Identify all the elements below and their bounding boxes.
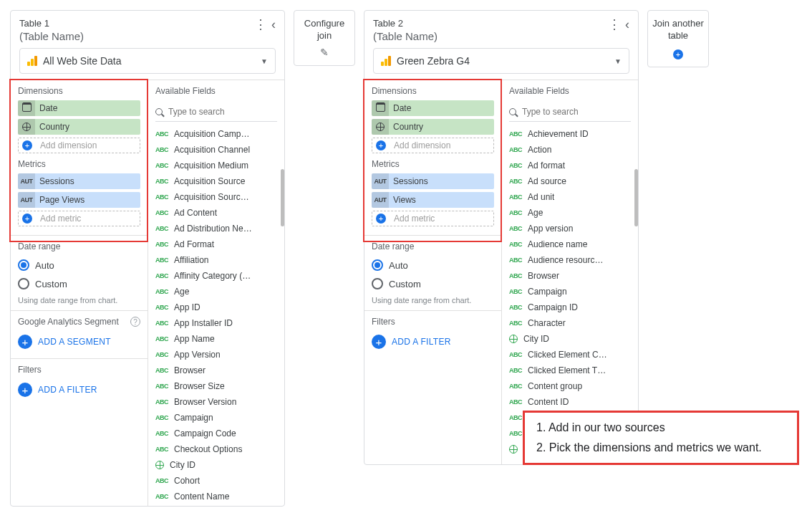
field-item[interactable]: ABCCampaign ID [509,299,638,315]
field-item[interactable]: ABCAge [155,284,284,299]
field-item[interactable]: ABCBrowser [155,363,284,378]
collapse-icon[interactable]: ‹ [625,18,629,31]
configure-join-card[interactable]: Configure join ✎ [294,10,355,66]
field-label: Acquisition Channel [174,145,250,155]
field-item[interactable]: ABCAcquisition Camp… [155,126,284,142]
field-item[interactable]: ABCAudience name [509,236,638,252]
field-item[interactable]: ABCAchievement ID [509,126,638,142]
abc-type-icon: ABC [155,130,168,138]
field-item[interactable]: ABCClicked Element C… [509,347,638,363]
field-item[interactable]: ABCCheckout Options [155,441,284,457]
aut-icon: AUT [372,192,389,208]
field-item[interactable]: ABCContent ID [509,394,638,410]
field-item[interactable]: ABCApp Installer ID [155,315,284,331]
field-label: Content ID [528,397,569,407]
field-item[interactable]: City ID [509,331,638,347]
field-item[interactable]: ABCAcquisition Channel [155,142,284,158]
field-item[interactable]: ABCAd Distribution Ne… [155,221,284,236]
abc-type-icon: ABC [509,367,522,374]
field-item[interactable]: ABCAudience resourc… [509,252,638,268]
field-item[interactable]: ABCAcquisition Sourc… [155,189,284,205]
field-item[interactable]: ABCContent Name [155,489,284,504]
collapse-icon[interactable]: ‹ [271,18,276,31]
date-range-custom[interactable]: Custom [18,274,140,293]
metric-chip[interactable]: AUTViews [372,192,494,208]
dimension-chip[interactable]: Date [372,100,494,116]
plus-icon: + [18,335,32,349]
field-label: Content group [528,381,582,391]
field-label: App Installer ID [174,318,233,328]
field-item[interactable]: ABCApp Version [155,347,284,363]
filters-label: Filters [372,317,494,327]
field-item[interactable]: ABCCampaign [155,410,284,426]
data-source-select[interactable]: Green Zebra G4 ▼ [373,48,629,74]
more-menu-icon[interactable]: ⋮ [608,18,621,31]
dimension-chip[interactable]: Date [18,100,140,116]
date-range-auto[interactable]: Auto [372,256,494,274]
dropdown-icon: ▼ [614,57,622,65]
field-item[interactable]: ABCBrowser [509,268,638,284]
field-item[interactable]: ABCCohort [155,473,284,489]
abc-type-icon: ABC [509,193,522,201]
add-metric-button[interactable]: +Add metric [18,211,140,226]
field-label: Campaign [174,413,213,423]
search-icon [155,108,163,115]
metric-chip[interactable]: AUTSessions [372,173,494,189]
table-card-1: Table 1 (Table Name) ⋮ ‹ All Web Site Da… [10,10,285,507]
add-filter-button[interactable]: +ADD A FILTER [372,331,494,353]
add-segment-button[interactable]: +ADD A SEGMENT [18,331,140,353]
help-icon[interactable]: ? [130,317,140,327]
add-filter-button[interactable]: +ADD A FILTER [18,379,140,401]
field-item[interactable]: ABCAge [509,205,638,221]
data-source-select[interactable]: All Web Site Data ▼ [19,48,276,74]
field-item[interactable]: ABCAcquisition Medium [155,158,284,173]
available-fields-list[interactable]: ABCAcquisition Camp…ABCAcquisition Chann… [148,126,284,506]
field-label: Acquisition Camp… [174,129,249,139]
field-item[interactable]: ABCAffinity Category (… [155,268,284,284]
field-search-input[interactable] [168,107,277,117]
date-range-auto[interactable]: Auto [18,256,140,274]
field-search[interactable] [155,102,277,122]
scrollbar-thumb[interactable] [281,169,284,226]
field-item[interactable]: ABCAd Content [155,205,284,221]
field-item[interactable]: ABCContent group [509,378,638,394]
field-search[interactable] [509,102,631,122]
date-range-custom[interactable]: Custom [372,274,494,293]
ga-logo-icon [381,56,391,66]
field-item[interactable]: ABCCampaign Code [155,426,284,441]
dimension-chip[interactable]: Country [18,119,140,135]
dropdown-icon: ▼ [261,57,268,65]
field-item[interactable]: ABCAd Format [155,236,284,252]
field-item[interactable]: ABCAcquisition Source [155,173,284,189]
field-item[interactable]: ABCAction [509,142,638,158]
field-item[interactable]: ABCAd source [509,173,638,189]
field-item[interactable]: ABCBrowser Size [155,378,284,394]
field-item[interactable]: ABCAd format [509,158,638,173]
field-search-input[interactable] [522,107,631,117]
field-item[interactable]: ABCCharacter [509,315,638,331]
field-item[interactable]: ABCApp Name [155,331,284,347]
add-metric-button[interactable]: +Add metric [372,211,494,226]
abc-type-icon: ABC [155,351,168,358]
add-dimension-button[interactable]: +Add dimension [18,138,140,153]
field-item[interactable]: City ID [155,457,284,473]
more-menu-icon[interactable]: ⋮ [254,18,267,31]
field-label: Browser Size [174,381,225,391]
abc-type-icon: ABC [509,146,522,153]
metric-chip[interactable]: AUTSessions [18,173,140,189]
field-item[interactable]: ABCClicked Element T… [509,363,638,378]
metric-chip[interactable]: AUTPage Views [18,192,140,208]
field-item[interactable]: ABCBrowser Version [155,394,284,410]
field-item[interactable]: ABCAd unit [509,189,638,205]
dimension-chip[interactable]: Country [372,119,494,135]
abc-type-icon: ABC [509,288,522,295]
join-another-table-card[interactable]: Join another table + [647,10,709,67]
field-item[interactable]: ABCAffiliation [155,252,284,268]
field-item[interactable]: ABCApp ID [155,299,284,315]
date-range-label: Date range [18,241,140,251]
scrollbar-thumb[interactable] [634,169,638,226]
field-item[interactable]: ABCCampaign [509,284,638,299]
field-item[interactable]: ABCApp version [509,221,638,236]
abc-type-icon: ABC [155,320,168,327]
add-dimension-button[interactable]: +Add dimension [372,138,494,153]
